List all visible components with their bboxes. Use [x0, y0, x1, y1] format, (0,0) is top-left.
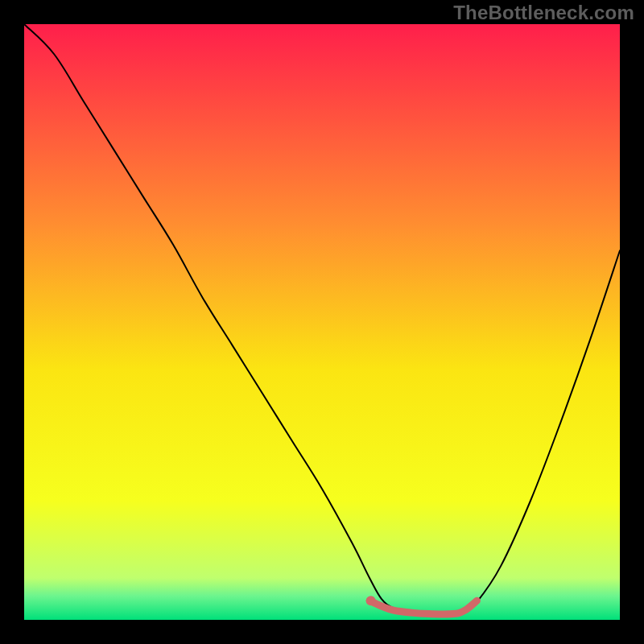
chart-frame: TheBottleneck.com	[0, 0, 644, 644]
marker-layer	[366, 596, 376, 605]
plot-background	[24, 24, 620, 620]
marker-optimal-start-dot	[366, 596, 376, 605]
bottleneck-plot	[24, 24, 620, 620]
watermark-text: TheBottleneck.com	[453, 3, 634, 23]
